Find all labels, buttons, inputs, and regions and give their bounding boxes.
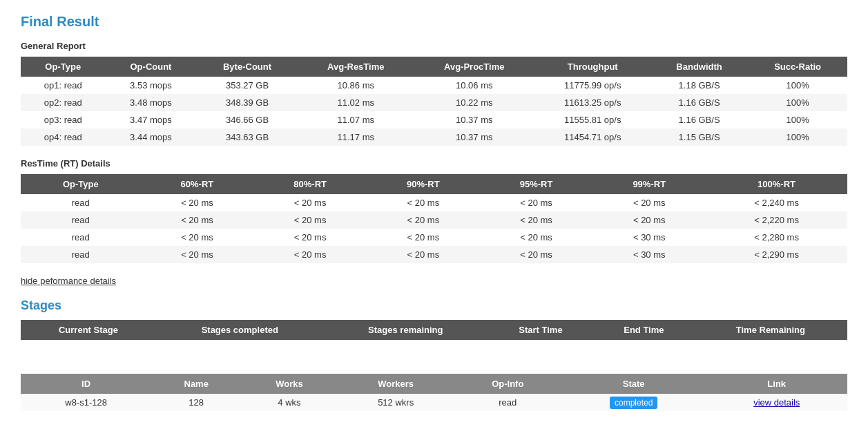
view-details-link[interactable]: view details xyxy=(753,397,800,408)
table-cell: < 20 ms xyxy=(367,246,480,263)
stages-inner-col-header: State xyxy=(561,374,706,394)
general-col-header: Byte-Count xyxy=(196,57,298,77)
table-cell: read xyxy=(454,394,561,411)
status-badge: completed xyxy=(610,397,657,409)
link-cell: view details xyxy=(706,394,847,411)
table-cell: < 20 ms xyxy=(141,194,254,211)
table-cell: 11.07 ms xyxy=(298,111,414,129)
table-row: op1: read3.53 mops353.27 GB10.86 ms10.06… xyxy=(21,77,847,94)
table-cell: 3.47 mops xyxy=(106,111,197,129)
table-cell: < 30 ms xyxy=(592,246,706,263)
table-cell: op4: read xyxy=(21,129,106,146)
stages-outer-col-header: Start Time xyxy=(488,320,594,340)
table-cell: 10.06 ms xyxy=(414,77,535,94)
table-cell: op2: read xyxy=(21,94,106,111)
table-cell: 11454.71 op/s xyxy=(535,129,650,146)
table-cell: 1.16 GB/S xyxy=(650,111,748,129)
table-cell: < 20 ms xyxy=(367,229,480,246)
table-cell: 4 wks xyxy=(241,394,338,411)
stages-inner-col-header: Name xyxy=(151,374,241,394)
general-col-header: Op-Count xyxy=(106,57,197,77)
table-cell: < 20 ms xyxy=(253,211,367,229)
general-col-header: Throughput xyxy=(535,57,650,77)
table-cell: 11.17 ms xyxy=(298,129,414,146)
general-col-header: Succ-Ratio xyxy=(748,57,847,77)
table-cell: 100% xyxy=(748,94,847,111)
table-cell: read xyxy=(21,194,141,211)
table-cell: 100% xyxy=(748,129,847,146)
table-cell: 10.37 ms xyxy=(414,111,535,129)
general-col-header: Op-Type xyxy=(21,57,106,77)
table-cell: 343.63 GB xyxy=(196,129,298,146)
stages-inner-col-header: Workers xyxy=(338,374,454,394)
table-row: read< 20 ms< 20 ms< 20 ms< 20 ms< 20 ms<… xyxy=(21,194,847,211)
hide-performance-link[interactable]: hide peformance details xyxy=(21,276,116,286)
table-cell: < 2,290 ms xyxy=(706,246,847,263)
stages-outer-col-header: End Time xyxy=(594,320,694,340)
restime-col-header: 90%-RT xyxy=(367,174,480,194)
stages-outer-table: Current StageStages completedStages rema… xyxy=(21,320,847,361)
restime-heading: ResTime (RT) Details xyxy=(21,158,847,169)
stages-inner-col-header: Works xyxy=(241,374,338,394)
state-cell: completed xyxy=(561,394,706,411)
table-cell: < 30 ms xyxy=(592,229,706,246)
table-cell: < 20 ms xyxy=(141,211,254,229)
table-cell: < 2,240 ms xyxy=(706,194,847,211)
restime-col-header: 80%-RT xyxy=(253,174,367,194)
stages-inner-col-header: Link xyxy=(706,374,847,394)
table-cell: < 20 ms xyxy=(141,229,254,246)
table-cell: 3.53 mops xyxy=(106,77,197,94)
general-col-header: Avg-ResTime xyxy=(298,57,414,77)
table-cell: 11775.99 op/s xyxy=(535,77,650,94)
table-cell: 100% xyxy=(748,77,847,94)
table-cell: < 20 ms xyxy=(480,211,593,229)
table-cell: 512 wkrs xyxy=(338,394,454,411)
table-cell: < 20 ms xyxy=(367,194,480,211)
table-cell: < 20 ms xyxy=(367,211,480,229)
general-col-header: Bandwidth xyxy=(650,57,748,77)
table-row: w8-s1-1281284 wks512 wkrsreadcompletedvi… xyxy=(21,394,847,411)
restime-col-header: 99%-RT xyxy=(592,174,706,194)
general-col-header: Avg-ProcTime xyxy=(414,57,535,77)
table-row: read< 20 ms< 20 ms< 20 ms< 20 ms< 30 ms<… xyxy=(21,246,847,263)
table-cell: < 20 ms xyxy=(480,194,593,211)
table-cell: 11555.81 op/s xyxy=(535,111,650,129)
table-cell: 1.18 GB/S xyxy=(650,77,748,94)
table-cell: < 20 ms xyxy=(141,246,254,263)
restime-col-header: 60%-RT xyxy=(141,174,254,194)
table-cell: < 20 ms xyxy=(592,211,706,229)
stages-inner-col-header: ID xyxy=(21,374,151,394)
table-cell: 348.39 GB xyxy=(196,94,298,111)
table-cell: read xyxy=(21,246,141,263)
table-cell: 11613.25 op/s xyxy=(535,94,650,111)
stages-outer-col-header: Stages remaining xyxy=(324,320,488,340)
table-row: op4: read3.44 mops343.63 GB11.17 ms10.37… xyxy=(21,129,847,146)
table-cell: 128 xyxy=(151,394,241,411)
table-cell: 3.48 mops xyxy=(106,94,197,111)
table-cell: 346.66 GB xyxy=(196,111,298,129)
table-row: read< 20 ms< 20 ms< 20 ms< 20 ms< 30 ms<… xyxy=(21,229,847,246)
table-cell: read xyxy=(21,229,141,246)
table-cell: 1.16 GB/S xyxy=(650,94,748,111)
table-row: op3: read3.47 mops346.66 GB11.07 ms10.37… xyxy=(21,111,847,129)
table-cell: < 20 ms xyxy=(480,229,593,246)
table-cell: < 20 ms xyxy=(480,246,593,263)
table-cell: < 20 ms xyxy=(253,194,367,211)
restime-col-header: 95%-RT xyxy=(480,174,593,194)
stages-empty-row xyxy=(21,340,847,361)
table-cell: op3: read xyxy=(21,111,106,129)
table-cell: < 20 ms xyxy=(592,194,706,211)
table-cell: 1.15 GB/S xyxy=(650,129,748,146)
restime-col-header: 100%-RT xyxy=(706,174,847,194)
stages-outer-col-header: Time Remaining xyxy=(694,320,847,340)
table-cell: 10.22 ms xyxy=(414,94,535,111)
table-cell: read xyxy=(21,211,141,229)
table-row: read< 20 ms< 20 ms< 20 ms< 20 ms< 20 ms<… xyxy=(21,211,847,229)
table-cell: < 2,220 ms xyxy=(706,211,847,229)
table-cell: 10.37 ms xyxy=(414,129,535,146)
restime-table: Op-Type60%-RT80%-RT90%-RT95%-RT99%-RT100… xyxy=(21,174,847,263)
stages-outer-col-header: Stages completed xyxy=(156,320,324,340)
stages-inner-col-header: Op-Info xyxy=(454,374,561,394)
stages-heading: Stages xyxy=(21,298,847,313)
table-cell: < 20 ms xyxy=(253,246,367,263)
